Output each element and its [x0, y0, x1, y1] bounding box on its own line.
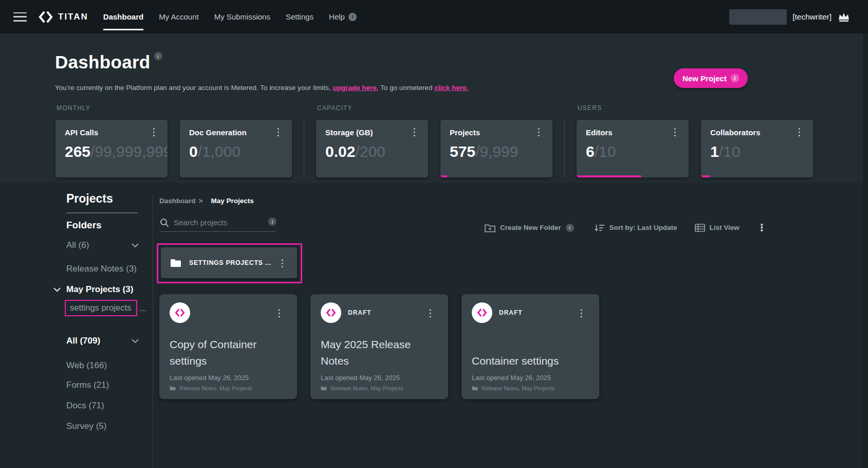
kebab-menu-icon[interactable]: ⋮ [146, 126, 161, 138]
search-info-icon[interactable]: i [268, 218, 276, 226]
nav-item-my-submissions[interactable]: My Submissions [207, 0, 278, 33]
sidebar-item-forms[interactable]: Forms (21) [66, 380, 139, 390]
project-search: i [159, 217, 276, 232]
draft-status-badge: DRAFT [348, 309, 372, 316]
list-view-button[interactable]: List View [695, 224, 740, 232]
chevron-down-icon[interactable] [53, 287, 61, 292]
new-project-info-icon[interactable]: i [731, 74, 739, 82]
search-input[interactable] [159, 217, 276, 232]
unmetered-link[interactable]: click here. [434, 84, 468, 92]
breadcrumb: Dashboard > May Projects [159, 197, 254, 205]
kebab-menu-icon[interactable]: ⋮ [668, 126, 682, 138]
toolbar-kebab-icon[interactable]: ⋮ [754, 221, 770, 235]
user-area[interactable]: [techwriter] [729, 9, 868, 25]
project-card-copy-of-container-settings[interactable]: ⋮ Copy of Container settings Last opened… [159, 294, 297, 399]
crown-icon [837, 12, 851, 22]
project-card-may-2025-release-notes[interactable]: DRAFT ⋮ May 2025 Release Notes Last open… [310, 294, 448, 399]
sort-icon [595, 224, 605, 232]
scrollbar-track[interactable] [863, 0, 868, 468]
nav-item-my-account[interactable]: My Account [151, 0, 207, 33]
projects-sidebar: Projects Folders All (6) Release Notes (… [0, 183, 153, 468]
project-last-opened: Last opened May 26, 2025 [170, 374, 287, 382]
app-window: TITAN Dashboard My Account My Submission… [0, 0, 868, 468]
stat-group-users: USERS Editors ⋮ 6/10 Collaborators ⋮ 1/1… [577, 104, 813, 177]
search-icon [160, 218, 169, 227]
chevron-down-icon [132, 339, 139, 343]
titan-logo[interactable]: TITAN [38, 10, 88, 24]
tag-folder-icon [472, 386, 478, 391]
projects-toolbar: Create New Folder i Sort by: Last Update [485, 221, 770, 235]
sidebar-section-folders[interactable]: Folders [66, 220, 102, 231]
kebab-menu-icon[interactable]: ⋮ [574, 307, 589, 319]
tag-folder-icon [170, 386, 176, 391]
user-role-label: [techwriter] [792, 12, 832, 22]
folder-icon [170, 259, 181, 267]
progress-bar [577, 175, 641, 177]
sidebar-title: Projects [66, 192, 113, 206]
sidebar-item-web[interactable]: Web (166) [66, 361, 139, 371]
new-project-button[interactable]: New Project i [674, 68, 748, 88]
kebab-menu-icon[interactable]: ⋮ [275, 257, 290, 269]
project-card-grid: ⋮ Copy of Container settings Last opened… [159, 294, 599, 399]
help-info-icon[interactable]: i [348, 13, 357, 21]
stat-group-monthly: MONTHLY API Calls ⋮ 265/99,999,999 Doc G… [56, 104, 292, 177]
stat-card-projects: Projects ⋮ 575/9,999 [440, 120, 552, 177]
sidebar-item-survey[interactable]: Survey (5) [66, 421, 139, 431]
top-navbar: TITAN Dashboard My Account My Submission… [0, 0, 868, 33]
nav-item-dashboard[interactable]: Dashboard [96, 0, 151, 33]
project-avatar [170, 302, 190, 323]
folder-name: SETTINGS PROJECTS ... [189, 259, 271, 266]
sidebar-item-release-notes[interactable]: Release Notes (3) [66, 264, 139, 274]
sidebar-item-all-709[interactable]: All (709) [66, 336, 139, 346]
dashboard-header: Dashboard i You’re currently on the Plat… [0, 33, 868, 183]
kebab-menu-icon[interactable]: ⋮ [407, 126, 422, 138]
project-card-container-settings[interactable]: DRAFT ⋮ Container settings Last opened M… [461, 294, 599, 399]
folder-card-settings-projects[interactable]: SETTINGS PROJECTS ... ⋮ [161, 247, 297, 278]
sidebar-item-settings-projects[interactable]: settings projects ... [65, 300, 146, 316]
nav-item-help[interactable]: Help i [321, 0, 364, 33]
selected-folder-outline: SETTINGS PROJECTS ... ⋮ [157, 243, 302, 283]
stat-group-label: CAPACITY [317, 104, 552, 112]
divider [66, 212, 138, 213]
draft-status-badge: DRAFT [499, 309, 523, 316]
stat-group-capacity: CAPACITY Storage (GB) ⋮ 0.02/200 Project… [316, 104, 552, 177]
project-tags: Release Notes, May Projects [321, 385, 438, 391]
progress-bar [440, 175, 447, 177]
upgrade-link[interactable]: upgrade here. [333, 84, 378, 92]
create-folder-info-icon[interactable]: i [566, 224, 574, 232]
project-title: May 2025 Release Notes [321, 336, 431, 369]
hamburger-menu-icon[interactable] [13, 12, 27, 22]
brand-name: TITAN [58, 12, 88, 22]
kebab-menu-icon[interactable]: ⋮ [271, 126, 286, 138]
stat-card-collaborators: Collaborators ⋮ 1/10 [701, 120, 813, 177]
project-last-opened: Last opened May 26, 2025 [472, 374, 589, 382]
selected-folder-highlight: settings projects [65, 300, 137, 316]
sidebar-item-docs[interactable]: Docs (71) [66, 401, 139, 411]
create-new-folder-button[interactable]: Create New Folder i [485, 223, 574, 232]
projects-section: Projects Folders All (6) Release Notes (… [0, 183, 868, 468]
kebab-menu-icon[interactable]: ⋮ [423, 307, 438, 319]
project-avatar [472, 302, 492, 323]
project-avatar [321, 302, 341, 323]
kebab-menu-icon[interactable]: ⋮ [531, 126, 546, 138]
stat-card-editors: Editors ⋮ 6/10 [577, 120, 689, 177]
nav-item-settings[interactable]: Settings [278, 0, 321, 33]
sort-by-button[interactable]: Sort by: Last Update [595, 224, 677, 232]
breadcrumb-current: May Projects [211, 197, 253, 205]
tag-folder-icon [321, 386, 327, 391]
titan-diamond-icon [326, 308, 336, 317]
projects-content: Dashboard > May Projects i [159, 183, 868, 468]
project-tags: Release Notes, May Projects [170, 385, 287, 391]
sidebar-item-all-6[interactable]: All (6) [66, 240, 139, 250]
divider [564, 120, 565, 177]
usage-stats: MONTHLY API Calls ⋮ 265/99,999,999 Doc G… [56, 104, 813, 177]
page-title-info-icon[interactable]: i [154, 52, 162, 60]
kebab-menu-icon[interactable]: ⋮ [792, 126, 807, 138]
sidebar-item-may-projects[interactable]: May Projects (3) [66, 284, 139, 295]
kebab-menu-icon[interactable]: ⋮ [272, 307, 287, 319]
breadcrumb-dashboard[interactable]: Dashboard [159, 197, 196, 205]
divider [304, 120, 304, 177]
project-title: Container settings [472, 353, 559, 369]
titan-diamond-icon [38, 10, 53, 24]
stat-card-storage: Storage (GB) ⋮ 0.02/200 [316, 120, 428, 177]
